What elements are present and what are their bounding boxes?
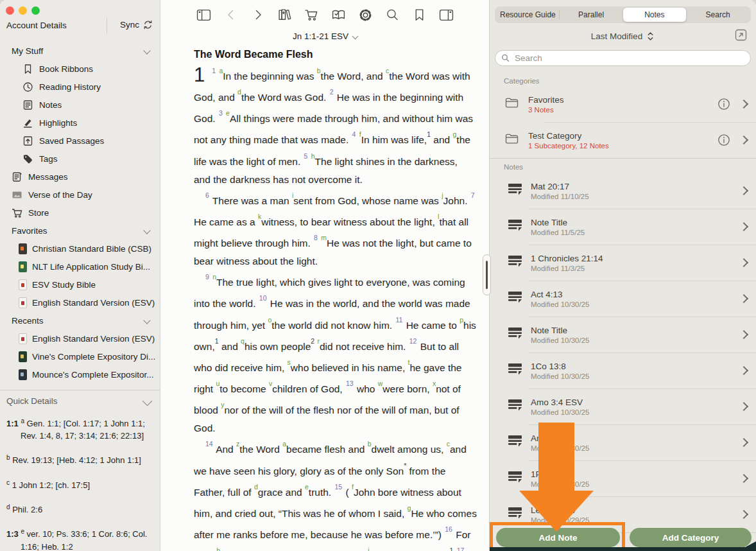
chevron-right-icon[interactable] — [739, 402, 748, 411]
note-row[interactable]: 1Pe 5 Modified 10/30/25 — [490, 460, 756, 496]
note-icon — [508, 183, 522, 198]
note-icon — [508, 327, 522, 342]
image-icon — [12, 189, 22, 200]
chevron-right-icon[interactable] — [739, 438, 748, 447]
note-row[interactable]: Lev 26 ESV Modified 10/29/25 — [490, 496, 756, 532]
add-category-button[interactable]: Add Category — [630, 528, 752, 547]
settings-icon[interactable] — [358, 7, 374, 22]
library-icon[interactable] — [277, 7, 293, 22]
note-row[interactable]: Note Title Modified 10/30/25 — [490, 317, 756, 353]
forward-icon[interactable] — [250, 7, 266, 22]
tab-resource-guide[interactable]: Resource Guide — [496, 8, 560, 22]
footnote-marker: o — [268, 316, 271, 324]
note-row[interactable]: Act 4:13 Modified 10/30/25 — [490, 281, 756, 317]
chevron-right-icon[interactable] — [739, 294, 748, 303]
quick-details-header[interactable]: Quick Details — [0, 390, 160, 411]
categories-label: Categories — [504, 77, 540, 85]
book-title-label: ESV Study Bible — [32, 280, 96, 290]
verse-number: 3 — [219, 109, 223, 117]
book-cover-thumbnail — [19, 369, 27, 380]
book-cover-thumbnail — [19, 261, 27, 272]
search-input[interactable] — [513, 53, 744, 64]
category-row[interactable]: Test Category 1 Subcategory, 12 Notes — [490, 122, 756, 158]
add-note-button[interactable]: Add Note — [496, 528, 620, 547]
tab-label: Search — [706, 10, 730, 19]
footnote-marker: i — [368, 547, 369, 551]
note-row[interactable]: Amo 3:4 ESV Modified 10/30/25 — [490, 389, 756, 424]
popout-button[interactable] — [734, 28, 747, 41]
sidebar-item-book-ribbons[interactable]: Book Ribbons — [0, 60, 160, 78]
sort-selector[interactable]: Last Modified — [490, 29, 756, 43]
sidebar-item-tags[interactable]: Tags — [0, 150, 160, 168]
chevron-right-icon[interactable] — [739, 474, 748, 483]
category-title: Test Category — [528, 131, 609, 141]
chevron-right-icon[interactable] — [739, 258, 748, 267]
passage-selector[interactable]: Jn 1:1-21 ESV — [161, 31, 489, 41]
minimize-window-button[interactable] — [19, 6, 27, 15]
note-title: Amo 3:4 ESV — [531, 398, 589, 407]
chevron-right-icon[interactable] — [739, 366, 748, 375]
sidebar-section-my-stuff[interactable]: My Stuff — [0, 42, 160, 60]
cart-icon[interactable] — [304, 7, 320, 22]
chevron-right-icon[interactable] — [739, 222, 748, 231]
search-icon[interactable] — [385, 7, 400, 22]
chevron-down-icon — [143, 47, 150, 54]
sidebar-section-favorites[interactable]: Favorites — [0, 222, 160, 240]
note-row[interactable]: Mat 20:17 Modified 11/10/25 — [490, 173, 756, 209]
footnote-marker: m — [321, 234, 327, 241]
tab-notes[interactable]: Notes — [623, 8, 687, 22]
sidebar-item-notes[interactable]: Notes — [0, 96, 160, 114]
sidebar-book-english-standard-version-esv[interactable]: English Standard Version (ESV) — [0, 329, 160, 347]
sidebar-item-messages[interactable]: Messages — [0, 168, 160, 186]
account-details-button[interactable]: Account Details — [6, 21, 67, 30]
divider — [107, 18, 107, 33]
sidebar-section-recents[interactable]: Recents — [0, 311, 160, 329]
footnote-marker: w — [378, 380, 383, 387]
note-row[interactable]: 1Co 13:8 Modified 10/30/25 — [490, 353, 756, 389]
verse-number: 17 — [457, 547, 465, 551]
footnote-number: 2 — [311, 337, 314, 345]
panel-left-icon[interactable] — [196, 7, 212, 22]
sidebar-book-nlt-life-application-study-bi[interactable]: NLT Life Application Study Bi... — [0, 258, 160, 276]
info-icon — [717, 98, 730, 110]
note-row[interactable]: Amo 3:4 Modified 10/30/25 — [490, 424, 756, 460]
zoom-window-button[interactable] — [31, 6, 40, 15]
book-check-icon[interactable] — [331, 7, 347, 22]
sidebar-book-christian-standard-bible-csb[interactable]: Christian Standard Bible (CSB) — [0, 240, 160, 258]
panel-right-icon[interactable] — [439, 7, 454, 22]
sidebar-book-english-standard-version-esv[interactable]: English Standard Version (ESV) — [0, 293, 160, 311]
chevron-down-icon — [143, 227, 150, 234]
sidebar-item-highlights[interactable]: Highlights — [0, 114, 160, 132]
chevron-right-icon[interactable] — [739, 136, 748, 144]
chapter-number: 1 — [194, 66, 205, 85]
chevron-right-icon[interactable] — [739, 100, 748, 109]
sidebar-book-vine-s-complete-expository-di[interactable]: Vine's Complete Expository Di... — [0, 347, 160, 365]
bookmark-icon[interactable] — [412, 7, 427, 22]
sidebar-item-verse-of-the-day[interactable]: Verse of the Day — [0, 186, 160, 204]
close-window-button[interactable] — [6, 6, 14, 15]
tab-search[interactable]: Search — [686, 8, 750, 22]
sidebar-item-store[interactable]: Store — [0, 204, 160, 222]
sidebar-book-mounce-s-complete-expositor[interactable]: Mounce's Complete Expositor... — [0, 365, 160, 383]
chevron-right-icon[interactable] — [739, 510, 748, 519]
folder-icon — [505, 133, 519, 147]
pane-splitter-handle[interactable] — [483, 254, 491, 295]
notes-search-field[interactable] — [495, 50, 751, 66]
info-button[interactable] — [717, 134, 730, 146]
footnote-marker: e — [226, 109, 230, 117]
note-row[interactable]: 1 Chronicles 21:14 Modified 11/3/25 — [490, 245, 756, 281]
sidebar-book-esv-study-bible[interactable]: ESV Study Bible — [0, 276, 160, 293]
chevron-right-icon[interactable] — [739, 330, 748, 339]
info-button[interactable] — [717, 98, 730, 110]
section-label: Favorites — [12, 226, 47, 236]
chevron-right-icon[interactable] — [739, 186, 748, 195]
category-row[interactable]: Favorites 3 Notes — [490, 86, 756, 122]
verse-number: 16 — [445, 525, 452, 533]
sidebar-item-saved-passages[interactable]: Saved Passages — [0, 132, 160, 150]
note-row[interactable]: Note Title Modified 11/5/25 — [490, 209, 756, 245]
sync-button[interactable]: Sync — [120, 19, 153, 30]
tab-parallel[interactable]: Parallel — [560, 8, 623, 22]
footnote-number: 1 — [450, 547, 454, 551]
sidebar-item-reading-history[interactable]: Reading History — [0, 78, 160, 96]
footnote-marker: s — [288, 358, 291, 366]
